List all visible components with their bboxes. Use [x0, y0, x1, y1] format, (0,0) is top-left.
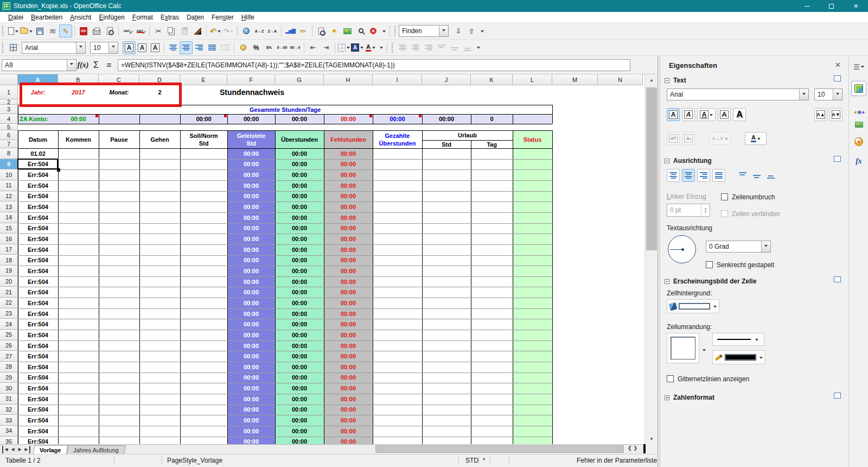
toolbar-overflow-icon[interactable] — [380, 24, 387, 37]
cell-H29[interactable]: 00:00 — [324, 373, 373, 383]
cell-G32[interactable]: 00:00 — [275, 405, 324, 415]
cell-J4[interactable]: 00:00 — [422, 114, 471, 124]
cell-H21[interactable]: 00:00 — [324, 287, 373, 298]
align-top-icon[interactable] — [435, 41, 448, 54]
character-spacing-button[interactable]: A↔V — [709, 132, 731, 145]
new-document-icon[interactable] — [7, 24, 20, 37]
find-dropdown-icon[interactable] — [439, 26, 448, 36]
cell-A27[interactable]: Err:504 — [18, 351, 58, 362]
function-wizard-icon[interactable]: f(x) — [76, 59, 90, 71]
row-header-30[interactable]: 30 — [0, 383, 18, 394]
align-center-icon[interactable] — [180, 41, 193, 54]
merge-cells-icon[interactable] — [219, 41, 232, 54]
row-header-10[interactable]: 10 — [0, 169, 18, 180]
find-previous-icon[interactable]: ⇧ — [465, 24, 478, 37]
cell-H35[interactable]: 00:00 — [324, 437, 373, 444]
cell-G21[interactable]: 00:00 — [275, 287, 324, 298]
column-header-M[interactable]: M — [552, 74, 598, 85]
cell-G10[interactable]: 00:00 — [275, 169, 324, 180]
help-icon[interactable] — [367, 24, 380, 37]
cell-H25[interactable]: 00:00 — [324, 330, 373, 340]
page-preview-icon[interactable] — [103, 24, 116, 37]
cell-A20[interactable]: Err:504 — [18, 276, 58, 287]
cell-H34[interactable]: 00:00 — [324, 426, 373, 437]
cell-F31[interactable]: 00:00 — [227, 394, 275, 405]
close-button[interactable]: ✕ — [844, 0, 868, 12]
row-header-2[interactable]: 2 — [0, 99, 18, 105]
row-header-33[interactable]: 33 — [0, 415, 18, 426]
subscript-button[interactable]: Aₜ — [682, 132, 695, 145]
gallery-icon[interactable] — [341, 24, 354, 37]
appearance-dialog-launcher-icon[interactable]: … — [834, 276, 841, 282]
sort-descending-icon[interactable]: Z→A — [266, 24, 279, 37]
cell-G16[interactable]: 00:00 — [275, 234, 324, 244]
table-header-G[interactable]: Überstunden — [275, 130, 324, 148]
align-bottom-button[interactable] — [764, 169, 777, 182]
open-folder-icon[interactable] — [20, 24, 33, 37]
cell-H17[interactable]: 00:00 — [324, 244, 373, 255]
cell-H26[interactable]: 00:00 — [324, 340, 373, 351]
cell-G11[interactable]: 00:00 — [275, 180, 324, 191]
cell-G8[interactable]: 00:00 — [275, 148, 324, 159]
cell-style-grid-icon[interactable] — [7, 41, 20, 54]
menu-extras[interactable]: Extras — [157, 12, 183, 22]
horizontal-scroll-thumb[interactable] — [375, 445, 624, 453]
row-header-20[interactable]: 20 — [0, 276, 18, 287]
sidebar-align-left-button[interactable] — [667, 169, 680, 182]
cell-A32[interactable]: Err:504 — [18, 405, 58, 415]
auto-spellcheck-icon[interactable]: ABC — [134, 24, 147, 37]
column-header-L[interactable]: L — [513, 74, 552, 85]
row-header-24[interactable]: 24 — [0, 319, 18, 330]
table-header-B[interactable]: Kommen — [58, 130, 99, 148]
wrap-text-checkbox[interactable] — [721, 193, 728, 200]
cell-H23[interactable]: 00:00 — [324, 308, 373, 319]
row-header-14[interactable]: 14 — [0, 212, 18, 223]
menu-fenster[interactable]: Fenster — [208, 12, 238, 22]
cell-F29[interactable]: 00:00 — [227, 373, 275, 383]
cell-G33[interactable]: 00:00 — [275, 415, 324, 426]
pane-splitter[interactable] — [643, 444, 646, 453]
toolbar-overflow-icon[interactable] — [474, 41, 482, 54]
cell-A26[interactable]: Err:504 — [18, 340, 58, 351]
text-dialog-launcher-icon[interactable]: … — [834, 75, 841, 81]
maximize-button[interactable] — [819, 0, 844, 12]
superscript-button[interactable]: Aᴴ — [667, 132, 680, 145]
cell-H19[interactable]: 00:00 — [324, 266, 373, 276]
toolbar-grip[interactable] — [2, 42, 4, 53]
selection-fill-handle[interactable] — [57, 168, 60, 172]
cell-I4[interactable]: 00:00 — [373, 114, 422, 124]
cell-A15[interactable]: Err:504 — [18, 223, 58, 234]
cell-F27[interactable]: 00:00 — [227, 351, 275, 362]
cell-G24[interactable]: 00:00 — [275, 319, 324, 330]
redo-icon[interactable]: ↷ — [222, 24, 235, 37]
cell-A28[interactable]: Err:504 — [18, 362, 58, 373]
align-right-2-icon[interactable] — [422, 41, 435, 54]
cell-F21[interactable]: 00:00 — [227, 287, 275, 298]
align-justify-icon[interactable] — [206, 41, 219, 54]
row-header-23[interactable]: 23 — [0, 308, 18, 319]
cell-A8[interactable]: 01.02 — [18, 148, 58, 159]
table-header-F[interactable]: GeleisteteStd — [227, 130, 275, 148]
row-header-29[interactable]: 29 — [0, 373, 18, 383]
toolbar-overflow-icon[interactable] — [377, 41, 385, 54]
decrease-indent-icon[interactable]: ⇤ — [307, 41, 320, 54]
center-vertically-button[interactable] — [750, 169, 763, 182]
cell-H22[interactable]: 00:00 — [324, 298, 373, 308]
menu-datei[interactable]: Datei — [4, 12, 27, 22]
insert-chart-icon[interactable]: ▂▅▇ — [284, 24, 297, 37]
sidebar-strikethrough-button[interactable]: A — [718, 108, 731, 121]
row-header-35[interactable]: 35 — [0, 437, 18, 444]
expand-icon[interactable]: + — [665, 395, 669, 400]
cell-A12[interactable]: Err:504 — [18, 191, 58, 202]
cell-G4[interactable]: 00:00 — [275, 114, 324, 124]
cell-H33[interactable]: 00:00 — [324, 415, 373, 426]
sidebar-menu-icon[interactable]: ☰ — [851, 59, 866, 74]
paste-icon[interactable] — [178, 24, 191, 37]
cell-F19[interactable]: 00:00 — [227, 266, 275, 276]
row-header-13[interactable]: 13 — [0, 201, 18, 212]
cell-A10[interactable]: Err:504 — [18, 169, 58, 180]
name-box[interactable]: A9 — [2, 59, 76, 71]
cell-G12[interactable]: 00:00 — [275, 191, 324, 202]
font-color-icon[interactable]: A — [364, 41, 377, 54]
table-header-H[interactable]: Fehlstunden — [324, 130, 373, 148]
